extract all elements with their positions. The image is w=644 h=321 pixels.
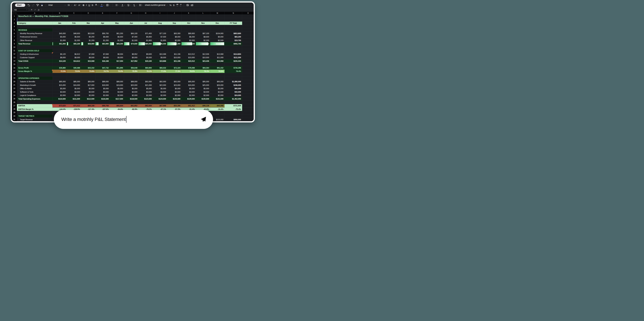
formula-input[interactable] — [42, 8, 252, 12]
cell-J6[interactable]: $83,300 — [167, 32, 182, 35]
cell-A10[interactable] — [17, 46, 52, 49]
cell-D11[interactable] — [81, 49, 96, 52]
cell-M10[interactable] — [210, 46, 225, 49]
cell-N10[interactable] — [224, 46, 242, 49]
cell-I27[interactable]: -$57,968 — [153, 104, 167, 107]
cell-G9[interactable]: $74,600 — [124, 42, 138, 45]
row-header-3[interactable]: 3 — [12, 22, 17, 25]
cell-H11[interactable] — [138, 49, 153, 52]
cell-K20[interactable]: $95,000 — [182, 80, 196, 83]
cell-J15[interactable] — [167, 63, 182, 66]
cell-N24[interactable]: $24,000 — [224, 94, 242, 97]
cell-M2[interactable] — [210, 18, 225, 21]
cell-C17[interactable]: 73.5% — [67, 70, 81, 73]
cell-K13[interactable]: $10,000 — [182, 56, 196, 59]
cell-D5[interactable] — [81, 28, 96, 32]
cell-O5[interactable] — [242, 28, 254, 32]
cell-F20[interactable]: $88,000 — [110, 80, 124, 83]
row-header-32[interactable]: 32 — [12, 121, 17, 122]
confirm-icon[interactable]: ✓ — [34, 9, 36, 11]
cell-G7[interactable]: $7,000 — [124, 35, 138, 39]
cell-J27[interactable]: -$53,396 — [167, 104, 182, 107]
cell-K24[interactable]: $2,000 — [182, 94, 196, 97]
cell-F11[interactable] — [110, 49, 124, 52]
fill-color-icon[interactable] — [100, 4, 104, 7]
cell-J26[interactable] — [167, 101, 182, 104]
cell-C14[interactable]: $14,612 — [67, 59, 81, 63]
cell-L5[interactable] — [196, 28, 210, 32]
cell-G21[interactable]: $20,000 — [124, 83, 138, 87]
row-header-10[interactable]: 10 — [12, 46, 17, 49]
cell-O32[interactable] — [242, 121, 254, 122]
cell-H15[interactable] — [138, 63, 153, 66]
cell-F27[interactable]: -$65,604 — [110, 104, 124, 107]
cell-I13[interactable]: $9,500 — [153, 56, 167, 59]
cell-B10[interactable] — [52, 46, 67, 49]
send-button[interactable] — [200, 116, 206, 122]
cell-B26[interactable] — [52, 101, 67, 104]
row-header-11[interactable]: 11 — [12, 49, 17, 52]
cell-B6[interactable]: $45,000 — [52, 32, 67, 35]
cell-N27[interactable]: -$721,604 — [224, 104, 242, 107]
cell-F12[interactable]: $8,304 — [110, 52, 124, 56]
cell-N3[interactable]: FY Total — [224, 22, 242, 25]
cell-C6[interactable]: $48,600 — [67, 32, 81, 35]
cell-E20[interactable]: $88,000 — [96, 80, 110, 83]
text-color-icon[interactable]: A — [95, 4, 99, 6]
cell-E6[interactable]: $56,700 — [96, 32, 110, 35]
cell-C21[interactable]: $16,000 — [67, 83, 81, 87]
cell-O31[interactable] — [242, 118, 254, 121]
cell-N1[interactable] — [224, 15, 242, 18]
cell-N13[interactable]: $111,500 — [224, 56, 242, 59]
cell-I23[interactable]: $3,500 — [153, 90, 167, 94]
cell-E5[interactable] — [96, 28, 110, 32]
cell-G19[interactable] — [124, 76, 138, 80]
cell-H24[interactable]: $2,000 — [138, 94, 153, 97]
cell-G26[interactable] — [124, 101, 138, 104]
cell-K10[interactable] — [182, 46, 196, 49]
col-header-A[interactable]: A — [17, 12, 52, 15]
cell-A21[interactable]: Marketing & Growth — [17, 83, 52, 87]
cell-D22[interactable]: $5,000 — [81, 87, 96, 90]
cell-N20[interactable]: $1,080,000 — [224, 80, 242, 83]
cell-F4[interactable] — [110, 25, 124, 28]
cell-E14[interactable]: $16,168 — [96, 59, 110, 63]
cell-J9[interactable]: $93,300 — [167, 42, 182, 45]
cell-C8[interactable]: $1,000 — [67, 39, 81, 42]
cell-H8[interactable]: $1,800 — [138, 39, 153, 42]
cell-G23[interactable]: $3,500 — [124, 90, 138, 94]
cell-K8[interactable]: $2,000 — [182, 39, 196, 42]
cell-F22[interactable]: $5,000 — [110, 87, 124, 90]
cell-G24[interactable]: $2,000 — [124, 94, 138, 97]
cell-L6[interactable]: $97,100 — [196, 32, 210, 35]
cell-H21[interactable]: $21,000 — [138, 83, 153, 87]
cell-H22[interactable]: $5,000 — [138, 87, 153, 90]
cell-N30[interactable] — [224, 114, 242, 118]
cell-O6[interactable] — [242, 32, 254, 35]
row-header-23[interactable]: 23 — [12, 90, 17, 94]
cell-M6[interactable]: $104,900 — [210, 32, 225, 35]
cell-L21[interactable]: $25,000 — [196, 83, 210, 87]
cell-C18[interactable] — [67, 73, 81, 76]
col-header-B[interactable]: B — [52, 12, 67, 15]
cell-M15[interactable] — [210, 63, 225, 66]
percent-icon[interactable]: % — [170, 4, 172, 7]
cell-G22[interactable]: $5,000 — [124, 87, 138, 90]
cell-K1[interactable] — [182, 15, 196, 18]
cell-C4[interactable] — [67, 25, 81, 28]
cell-B27[interactable]: -$73,620 — [52, 104, 67, 107]
cell-J1[interactable] — [167, 15, 182, 18]
cell-J23[interactable]: $3,500 — [167, 90, 182, 94]
cell-I21[interactable]: $22,000 — [153, 83, 167, 87]
cell-K9[interactable]: $100,100 — [182, 42, 196, 45]
fx-icon[interactable]: fx — [38, 9, 39, 11]
cell-D15[interactable] — [81, 63, 96, 66]
cell-A6[interactable]: Monthly Recurring Revenue — [17, 32, 52, 35]
cell-E13[interactable]: $8,500 — [96, 56, 110, 59]
cell-H14[interactable]: $19,100 — [138, 59, 153, 63]
cell-H12[interactable]: $9,600 — [138, 52, 153, 56]
cell-H4[interactable] — [138, 25, 153, 28]
cell-I10[interactable] — [153, 46, 167, 49]
cell-G1[interactable] — [124, 15, 138, 18]
cell-M21[interactable]: $26,000 — [210, 83, 225, 87]
